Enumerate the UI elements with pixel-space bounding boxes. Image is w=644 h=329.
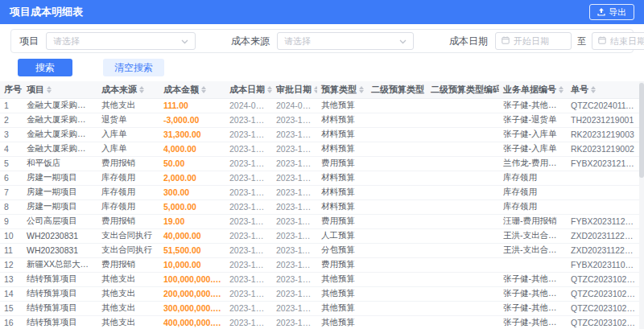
cell-biz-doc-no: 张子健-其他支出: [499, 272, 567, 286]
column-header-sub-budget-type[interactable]: 二级预算类型: [367, 81, 427, 98]
cell-budget-type: 其他预算: [317, 315, 367, 329]
cell-order-no: QTZC20231027002: [567, 315, 639, 329]
cell-project: 金融大厦采购项目: [23, 142, 97, 156]
table-row[interactable]: 13结转预算项目其他支出100,000,000.002023-10-272023…: [0, 272, 639, 286]
column-label: 序号: [4, 84, 22, 94]
cost-date-end-placeholder: 结束日期: [610, 35, 644, 47]
column-header-project[interactable]: 项目: [23, 81, 97, 98]
table-row[interactable]: 16结转预算项目其他支出400,000,000.002023-10-272023…: [0, 315, 639, 329]
search-button[interactable]: 搜索: [18, 59, 72, 76]
table-row[interactable]: 5和平饭店费用报销50.002023-12-162023-12-16费用预算兰伟…: [0, 156, 639, 171]
chevron-down-icon: [181, 36, 188, 46]
project-select[interactable]: 请选择: [46, 32, 196, 50]
cost-source-filter-label: 成本来源: [231, 35, 270, 48]
cell-biz-doc-no: 张子健-其他支出: [499, 315, 567, 329]
cell-project: 结转预算项目: [23, 315, 97, 329]
calendar-icon: [598, 36, 606, 46]
sort-icon[interactable]: [359, 86, 364, 93]
cell-budget-type: 材料预算: [317, 199, 367, 214]
column-header-order-no[interactable]: 单号: [567, 81, 639, 98]
cell-biz-doc-no: 张子健-其他支出: [499, 98, 567, 113]
table-row[interactable]: 8房建一期项目库存领用5,000.002023-12-112023-12-11材…: [0, 199, 639, 214]
cell-cost-source: 其他支出: [97, 272, 159, 286]
cell-cost-amount: 40,000.00: [159, 228, 225, 243]
cell-cost-date: 2023-12-16: [225, 156, 272, 171]
sort-icon[interactable]: [314, 86, 317, 93]
table-row[interactable]: 6房建一期项目库存领用2,000.002023-12-112023-12-11材…: [0, 171, 639, 185]
column-label: 审批日期: [276, 84, 312, 94]
sort-icon[interactable]: [201, 86, 206, 93]
cell-approve-date: 2023-11-07: [272, 257, 317, 272]
cost-date-end-input[interactable]: 结束日期: [592, 32, 644, 50]
column-header-biz-doc-no[interactable]: 业务单据编号: [499, 81, 567, 98]
sort-icon[interactable]: [559, 86, 564, 93]
cell-index: 10: [0, 228, 23, 243]
table-row[interactable]: 4金融大厦采购项目入库单4,000.002023-12-192023-12-19…: [0, 142, 639, 156]
cost-detail-table: 序号项目成本来源成本金额成本日期审批日期预算类型二级预算类型二级预算类型编码业务…: [0, 81, 644, 329]
cell-sub-budget-code: [427, 315, 499, 329]
table-row[interactable]: 3金融大厦采购项目入库单31,300.002023-12-192023-12-1…: [0, 127, 639, 142]
cell-budget-type: 其他预算: [317, 286, 367, 301]
column-label: 成本日期: [229, 84, 265, 94]
cell-approve-date: 2023-11-28: [272, 214, 317, 228]
cell-order-no: RK20231219003: [567, 127, 639, 142]
export-icon: [597, 8, 605, 16]
column-header-approve-date[interactable]: 审批日期: [272, 81, 317, 98]
cell-project: 房建一期项目: [23, 171, 97, 185]
cell-biz-doc-no: 张子健-入库单: [499, 142, 567, 156]
sort-icon[interactable]: [267, 86, 272, 93]
column-header-budget-type[interactable]: 预算类型: [317, 81, 367, 98]
column-label: 单号: [571, 84, 588, 94]
cell-sub-budget-type: [367, 315, 427, 329]
table-row[interactable]: 1金融大厦采购项目其他支出111.002024-01-112024-01-11其…: [0, 98, 639, 113]
cell-order-no: FYBX20231216001: [567, 156, 639, 171]
cell-approve-date: 2023-11-22: [272, 243, 317, 257]
table-row[interactable]: 15结转预算项目其他支出300,000,000.002023-10-272023…: [0, 301, 639, 315]
cost-date-start-input[interactable]: 开始日期: [495, 32, 572, 50]
date-range-separator: 至: [577, 35, 586, 47]
table-row[interactable]: 2金融大厦采购项目退货单-3,000.002023-12-192023-12-1…: [0, 113, 639, 127]
cell-sub-budget-code: [427, 214, 499, 228]
cell-index: 13: [0, 272, 23, 286]
cell-approve-date: 2023-10-27: [272, 286, 317, 301]
cell-cost-amount: 400,000,000.00: [159, 315, 225, 329]
cost-source-select[interactable]: 请选择: [277, 32, 414, 50]
scrollbar-thumb[interactable]: [639, 83, 644, 178]
table-row[interactable]: 11WH20230831支出合同执行51,500.002023-11-22202…: [0, 243, 639, 257]
column-header-sub-budget-code[interactable]: 二级预算类型编码: [427, 81, 499, 98]
cell-budget-type: 材料预算: [317, 142, 367, 156]
cell-sub-budget-code: [427, 243, 499, 257]
table-row[interactable]: 10WH20230831支出合同执行40,000.002023-11-22202…: [0, 228, 639, 243]
sort-icon[interactable]: [591, 86, 596, 93]
cell-budget-type: 费用预算: [317, 156, 367, 171]
cell-sub-budget-code: [427, 113, 499, 127]
export-button[interactable]: 导出: [589, 4, 634, 20]
column-header-cost-amount[interactable]: 成本金额: [159, 81, 225, 98]
cell-approve-date: 2023-12-11: [272, 199, 317, 214]
cell-cost-source: 费用报销: [97, 156, 159, 171]
table-row[interactable]: 7房建一期项目库存领用300.002023-12-112023-12-11材料预…: [0, 185, 639, 199]
table-row[interactable]: 12新疆XX总部大厦工程二期费用报销10,000.002023-11-07202…: [0, 257, 639, 272]
table-row[interactable]: 9公司高层项目费用报销19.002023-11-282023-11-28费用预算…: [0, 214, 639, 228]
cell-cost-date: 2023-12-19: [225, 113, 272, 127]
cell-budget-type: 分包预算: [317, 243, 367, 257]
table-header-row: 序号项目成本来源成本金额成本日期审批日期预算类型二级预算类型二级预算类型编码业务…: [0, 81, 639, 98]
cell-index: 2: [0, 113, 23, 127]
cell-sub-budget-code: [427, 185, 499, 199]
cell-biz-doc-no: 兰伟龙-费用报销: [499, 156, 567, 171]
project-filter: 项目 请选择: [19, 32, 196, 50]
sort-icon[interactable]: [47, 86, 52, 93]
column-header-cost-source[interactable]: 成本来源: [97, 81, 159, 98]
cell-order-no: RK20231219002: [567, 142, 639, 156]
cell-index: 4: [0, 142, 23, 156]
column-header-cost-date[interactable]: 成本日期: [225, 81, 272, 98]
table-row[interactable]: 14结转预算项目其他支出200,000,000.002023-10-272023…: [0, 286, 639, 301]
sort-icon[interactable]: [139, 86, 144, 93]
cell-project: 房建一期项目: [23, 185, 97, 199]
clear-search-button[interactable]: 清空搜索: [103, 59, 164, 76]
cell-cost-date: 2023-11-28: [225, 214, 272, 228]
vertical-scrollbar[interactable]: [639, 81, 644, 329]
cost-date-start-placeholder: 开始日期: [514, 35, 549, 47]
cell-cost-date: 2023-10-27: [225, 286, 272, 301]
cell-approve-date: 2023-12-19: [272, 127, 317, 142]
